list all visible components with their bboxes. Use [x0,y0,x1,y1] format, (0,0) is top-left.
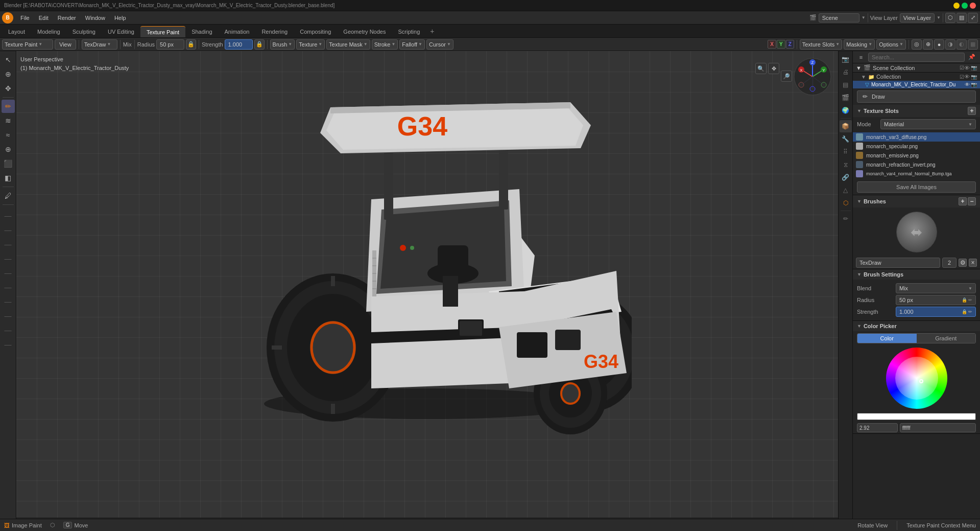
cursor-dropdown[interactable]: Cursor ▼ [426,39,453,50]
texture-slots-add-btn[interactable]: + [968,107,976,115]
brush-mode-dropdown[interactable]: TexDraw ▼ [82,39,117,50]
blend-dropdown[interactable]: Mix ▼ [896,283,976,293]
collection-checkbox[interactable]: ☑ [960,74,964,80]
lt-extra-6[interactable]: — [2,281,15,294]
scene-selector[interactable]: 🎬 ▼ [809,13,866,22]
lt-extra-1[interactable]: — [2,209,15,222]
ps-scene-icon[interactable]: 🎬 [840,91,852,104]
tool-move[interactable]: ✥ [2,82,15,95]
tool-soften[interactable]: ≋ [2,114,15,127]
header-render-icon[interactable]: ⬡ [945,13,955,23]
color-cursor[interactable] [919,379,923,383]
falloff-dropdown[interactable]: Falloff ▼ [399,39,425,50]
blender-logo[interactable]: B [2,12,13,24]
obj-eye[interactable]: 👁 [965,82,970,87]
add-workspace-button[interactable]: + [426,25,438,37]
menu-window[interactable]: Window [81,14,109,22]
radius-pen-icon[interactable]: ✏ [968,297,972,303]
ps-output-icon[interactable]: 🖨 [840,66,852,78]
texture-slots-header[interactable]: ▼ Texture Slots + [853,105,980,117]
y-axis-button[interactable]: Y [777,40,785,49]
lt-extra-8[interactable]: — [2,309,15,322]
texture-item-1[interactable]: monarch_specular.png [853,142,980,151]
search-viewport-btn[interactable]: 🔍 [755,63,767,74]
tool-fill[interactable]: ⬛ [2,157,15,170]
brushes-add-btn[interactable]: + [959,197,967,205]
ps-constraints-icon[interactable]: 🔗 [840,171,852,183]
obj-render[interactable]: 📷 [971,82,977,87]
ps-physics-icon[interactable]: ⧖ [840,158,852,171]
ps-world-icon[interactable]: 🌍 [840,104,852,117]
draw-button[interactable]: ✏ Draw [857,90,976,103]
menu-help[interactable]: Help [110,14,130,22]
brushes-remove-btn[interactable]: − [968,197,976,205]
color-wheel[interactable] [886,348,947,409]
tool-clone[interactable]: ⊕ [2,143,15,156]
tab-modeling[interactable]: Modeling [31,26,66,37]
zoom-btn[interactable]: 🔎 [781,71,792,82]
save-all-images-button[interactable]: Save All Images [857,181,976,193]
nav-gizmo[interactable]: Z Y X [792,56,833,97]
stroke-dropdown[interactable]: Stroke ▼ [372,39,398,50]
radius-field[interactable]: 50 px [156,39,184,50]
collection-render-eye[interactable]: 📷 [971,74,977,80]
lt-extra-3[interactable]: — [2,238,15,251]
gizmo-btn[interactable]: ⊕ [923,39,933,50]
tab-rendering[interactable]: Rendering [255,26,294,37]
lt-extra-7[interactable]: — [2,295,15,308]
lt-extra-9[interactable]: — [2,324,15,337]
color-value-display[interactable]: 2.92 [857,423,898,432]
brushes-section-header[interactable]: ▼ Brushes + − [853,195,980,207]
scene-coll-render[interactable]: 📷 [971,65,977,71]
collection-eye[interactable]: 👁 [964,74,970,80]
texture-mask-dropdown[interactable]: Texture Mask ▼ [326,39,370,50]
brush-number-field[interactable]: 2 [942,258,957,268]
strength-field-rp[interactable]: 1.000 🔒 ✏ [896,307,976,317]
tab-layout[interactable]: Layout [2,26,31,37]
viewport-shading-render[interactable]: ◐ [957,39,967,50]
ps-data-icon[interactable]: △ [840,184,852,196]
ps-material-icon[interactable]: ⬡ [840,197,852,209]
texture-item-4[interactable]: monarch_var4_normal_Normal_Bump.tga [853,169,980,178]
overlay-btn[interactable]: ◎ [912,39,922,50]
masking-dropdown[interactable]: Masking ▼ [844,39,875,50]
texture-item-2[interactable]: monarch_emissive.png [853,151,980,160]
header-expand-icon[interactable]: ⤢ [968,13,978,23]
tool-smear[interactable]: ≈ [2,128,15,142]
viewport[interactable]: G34 G34 User Perspective [16,51,838,530]
strength-lock-icon[interactable]: 🔒 [254,39,265,50]
tool-select[interactable]: ↖ [2,53,15,66]
ps-view-layer-icon[interactable]: ▤ [840,79,852,91]
lt-extra-5[interactable]: — [2,266,15,280]
tab-uv-editing[interactable]: UV Editing [102,26,140,37]
tab-geometry-nodes[interactable]: Geometry Nodes [337,26,392,37]
brush-settings-header[interactable]: ▼ Brush Settings [853,269,980,280]
ps-brush-icon[interactable]: ✏ [840,213,852,225]
viewport-shading-solid[interactable]: ● [934,39,944,50]
radius-lock-icon-rp[interactable]: 🔒 [962,297,967,303]
tab-shading[interactable]: Shading [185,26,218,37]
brush-settings-icon[interactable]: ⚙ [959,259,967,267]
tab-animation[interactable]: Animation [219,26,256,37]
tool-annotate[interactable]: 🖊 [2,189,15,202]
view-layer-input[interactable]: View Layer [900,13,935,22]
minimize-button[interactable] [953,3,960,9]
tool-draw[interactable]: ✏ [2,100,15,113]
brush-name-field[interactable]: TexDraw [856,258,940,268]
lt-extra-4[interactable]: — [2,252,15,265]
tab-texture-paint[interactable]: Texture Paint [140,26,185,37]
mode-dropdown-rp[interactable]: Material ▼ [880,119,976,129]
ps-object-icon[interactable]: 📦 [840,120,852,132]
outliner-filter-icon[interactable]: ≡ [856,52,866,62]
z-axis-button[interactable]: Z [786,40,794,49]
view-button[interactable]: View [55,39,76,50]
close-button[interactable] [970,3,976,9]
menu-file[interactable]: File [16,14,34,22]
strength-lock-icon-rp[interactable]: 🔒 [962,309,967,314]
maximize-button[interactable] [962,3,968,9]
scene-coll-checkbox[interactable]: ☑ [960,65,964,71]
menu-edit[interactable]: Edit [35,14,53,22]
texture-dropdown[interactable]: Texture ▼ [296,39,325,50]
ps-render-icon[interactable]: 📷 [840,53,852,65]
outliner-search[interactable] [868,53,965,62]
